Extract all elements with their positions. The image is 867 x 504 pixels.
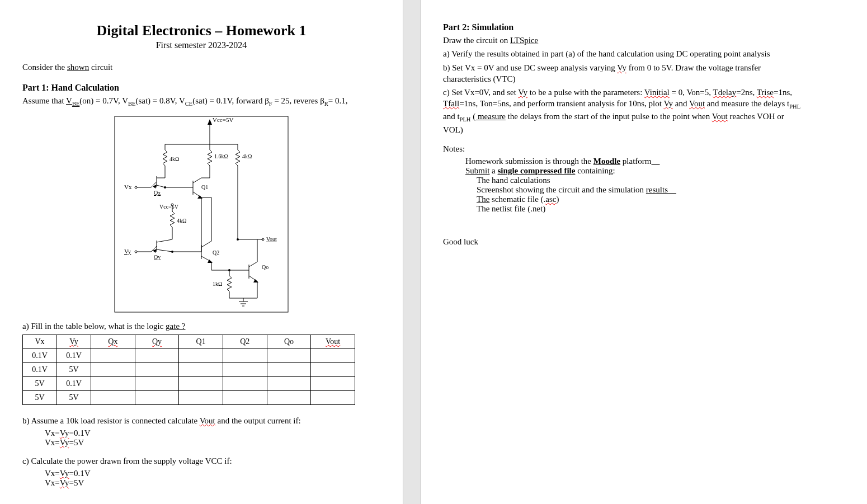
- c2-vy: Vy: [60, 478, 69, 487]
- p2-line-b: b) Set Vx = 0V and use DC sweep analysis…: [443, 62, 801, 85]
- p2c-m7: and t: [443, 112, 460, 121]
- p2c-plh: PLH: [460, 116, 471, 123]
- n1-moodle: Moodle: [593, 157, 620, 166]
- svg-point-11: [135, 186, 137, 189]
- asc-the: The: [477, 195, 489, 204]
- cell: [91, 348, 135, 362]
- p2c-vout2: Vout: [712, 112, 728, 121]
- page-2: Part 2: Simulation Draw the circuit on L…: [421, 0, 823, 504]
- cell: 0.1V: [23, 348, 57, 362]
- p2c-measure: ( measure: [473, 112, 506, 121]
- asc-word: asc: [545, 195, 556, 204]
- c-line2: Vx=Vy=5V: [45, 478, 380, 488]
- cell: [311, 390, 355, 404]
- trailing-underline-2: [668, 185, 676, 194]
- b2-pre: Vx=: [45, 438, 60, 447]
- cell: [311, 376, 355, 390]
- diag-r1k: 1kΩ: [213, 281, 222, 287]
- ns-pre: Screenshot showing the circuit and the s…: [477, 185, 646, 194]
- cell: [179, 362, 223, 376]
- diag-vx: Vx: [124, 183, 132, 190]
- ns-results: results: [646, 185, 668, 194]
- c2-pre: Vx=: [45, 478, 60, 487]
- assume-pre: Assume that: [22, 96, 66, 105]
- p2c-m4: =1ns,: [774, 88, 792, 97]
- notes-label: Notes:: [443, 143, 801, 154]
- diag-r1p6k: 1.6kΩ: [214, 153, 228, 159]
- p2c-trise: Trise: [757, 88, 774, 97]
- b-post: and the output current if:: [215, 416, 301, 425]
- p2-l1-pre: Draw the circuit on: [443, 36, 510, 45]
- assume-br-sub: R: [324, 101, 328, 107]
- note-1: Homework submission is through the Moodl…: [465, 157, 801, 166]
- note-screenshot: Screenshot showing the circuit and the s…: [477, 185, 801, 195]
- th-qo: Qo: [267, 335, 311, 348]
- assume-rest1: (on) = 0.7V, V: [79, 96, 128, 105]
- intro-pre: Consider the: [22, 63, 67, 72]
- th-q1: Q1: [179, 335, 223, 348]
- p2c-m5: =1ns, Ton=5ns, and perform transient ana…: [459, 99, 663, 108]
- page-1: Digital Electronics – Homework 1 First s…: [0, 0, 403, 504]
- diag-r4k-a: 4kΩ: [169, 156, 179, 162]
- cell: 5V: [23, 390, 57, 404]
- cell: [135, 376, 179, 390]
- assume-vbe-sub: BE: [72, 101, 79, 107]
- cell: [223, 376, 267, 390]
- cell: [311, 348, 355, 362]
- table-row: 5V 0.1V: [23, 376, 355, 390]
- svg-line-16: [157, 185, 165, 187]
- svg-line-39: [201, 241, 211, 247]
- cell: 5V: [23, 376, 57, 390]
- svg-marker-53: [253, 279, 258, 282]
- cell: 0.1V: [57, 348, 91, 362]
- cell: [223, 362, 267, 376]
- svg-line-51: [249, 262, 257, 267]
- cell: [267, 362, 311, 376]
- b1-pre: Vx=: [45, 428, 60, 437]
- p2c-vy2: Vy: [663, 99, 673, 108]
- note-hand: The hand calculations: [477, 176, 801, 185]
- assume-rest2: (sat) = 0.8V, V: [135, 96, 185, 105]
- p2c-and: and: [673, 99, 689, 108]
- assume-vbesat-sub: BE: [128, 101, 135, 107]
- c2-post: =5V: [69, 478, 84, 487]
- p2b-pre: b) Set Vx = 0V and use DC sweep analysis…: [443, 63, 617, 72]
- cell: [223, 390, 267, 404]
- p2c-tfall: Tfall: [443, 99, 459, 108]
- cell: [311, 362, 355, 376]
- cell: [267, 376, 311, 390]
- b1-post: =0.1V: [69, 428, 90, 437]
- p2-line-c: c) Set Vx=0V, and set Vy to be a pulse w…: [443, 87, 801, 135]
- p2c-phl: PHL: [789, 103, 800, 110]
- th-qx: Qx: [91, 335, 135, 348]
- table-header-row: Vx Vy Qx Qy Q1 Q2 Qo Vout: [23, 335, 355, 348]
- diag-qx: Qx: [154, 190, 161, 196]
- svg-point-29: [135, 251, 137, 253]
- part1-title: Part 1: Hand Calculation: [22, 83, 380, 93]
- part-c-lead: c) Calculate the power drawn from the su…: [22, 455, 380, 467]
- cell: 0.1V: [57, 376, 91, 390]
- trailing-underline-1: [651, 157, 659, 166]
- cell: 5V: [57, 362, 91, 376]
- svg-point-19: [164, 186, 166, 189]
- b2-post: =5V: [69, 438, 84, 447]
- diag-qy: Qy: [154, 254, 161, 260]
- circuit-diagram: Vcc=5V 4kΩ 1.6kΩ 4kΩ Vx Qx: [112, 114, 291, 315]
- p2-line1: Draw the circuit on LTSpice: [443, 35, 801, 46]
- n1-post: platform: [620, 157, 651, 166]
- diag-r4k-c: 4kΩ: [177, 218, 186, 224]
- c1-vy: Vy: [60, 469, 69, 478]
- truth-table: Vx Vy Qx Qy Q1 Q2 Qo Vout 0.1V 0.1V: [22, 335, 355, 405]
- svg-point-48: [237, 238, 239, 241]
- note-net: The netlist file (.net): [477, 204, 801, 214]
- cell: [267, 348, 311, 362]
- cell: [135, 390, 179, 404]
- cell: [91, 390, 135, 404]
- asc-mid: schematic file (.: [489, 195, 545, 204]
- assume-rest4: = 25, reveres β: [272, 96, 324, 105]
- intro-post: circuit: [89, 63, 112, 72]
- p2c-m1: to be a pulse with the parameters:: [527, 88, 644, 97]
- svg-line-33: [157, 239, 172, 242]
- b-line2: Vx=Vy=5V: [45, 438, 380, 448]
- th-qy: Qy: [135, 335, 179, 348]
